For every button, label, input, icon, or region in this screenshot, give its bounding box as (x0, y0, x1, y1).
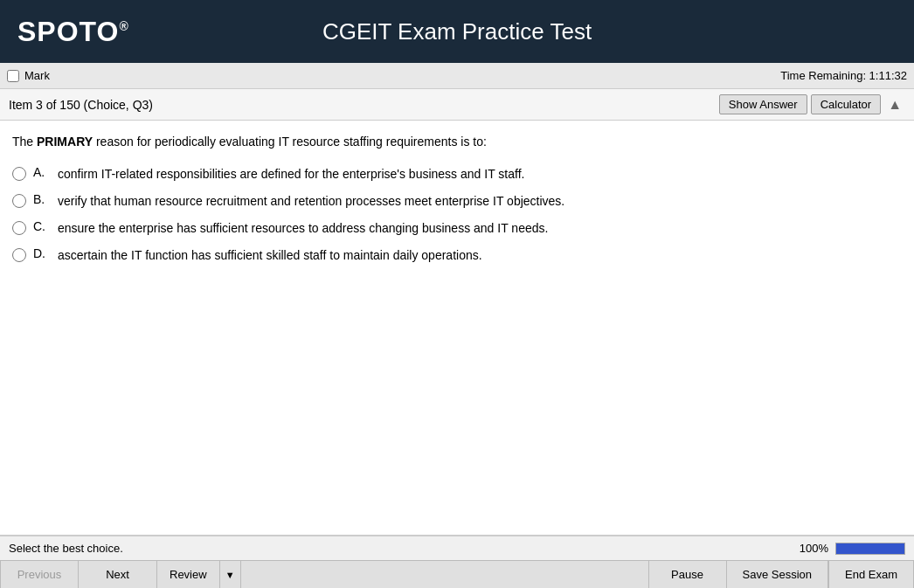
calculator-button[interactable]: Calculator (811, 94, 882, 114)
option-radio-0[interactable] (12, 167, 26, 181)
footer-left: Previous Next Review ▼ (0, 561, 241, 588)
scroll-up-icon: ▲ (884, 97, 905, 113)
progress-bar (835, 543, 905, 555)
progress-area: 100% (800, 542, 905, 555)
status-bar: Select the best choice. 100% (0, 536, 914, 560)
save-session-button[interactable]: Save Session (727, 561, 829, 588)
previous-button[interactable]: Previous (0, 561, 79, 588)
footer-right: Pause Save Session End Exam (648, 561, 914, 588)
option-letter: C. (33, 219, 51, 233)
review-dropdown-button[interactable]: ▼ (219, 561, 240, 588)
option-radio-1[interactable] (12, 194, 26, 208)
progress-bar-fill (836, 543, 904, 554)
option-text: ascertain the IT function has sufficient… (58, 246, 482, 265)
list-item[interactable]: D.ascertain the IT function has sufficie… (12, 246, 902, 265)
main-content: The PRIMARY reason for periodically eval… (0, 121, 914, 536)
question-text: The PRIMARY reason for periodically eval… (12, 133, 902, 151)
question-header: Item 3 of 150 (Choice, Q3) Show Answer C… (0, 89, 914, 121)
header: SPOTO® CGEIT Exam Practice Test (0, 0, 914, 63)
mark-checkbox[interactable] (7, 70, 19, 82)
scroll-indicator: ▲ (884, 97, 905, 113)
time-remaining: Time Remaining: 1:11:32 (780, 69, 907, 82)
option-radio-2[interactable] (12, 221, 26, 235)
list-item[interactable]: B.verify that human resource recruitment… (12, 192, 902, 211)
progress-percent: 100% (800, 542, 828, 555)
review-button[interactable]: Review (157, 561, 219, 588)
option-text: ensure the enterprise has sufficient res… (58, 219, 548, 238)
option-letter: B. (33, 192, 51, 206)
mark-area: Mark (7, 69, 50, 82)
page-title: CGEIT Exam Practice Test (322, 18, 592, 45)
end-exam-button[interactable]: End Exam (828, 561, 914, 588)
footer: Previous Next Review ▼ Pause Save Sessio… (0, 560, 914, 588)
question-buttons: Show Answer Calculator (719, 94, 881, 114)
question-info: Item 3 of 150 (Choice, Q3) (9, 98, 153, 112)
list-item[interactable]: C.ensure the enterprise has sufficient r… (12, 219, 902, 238)
review-btn-group: Review ▼ (157, 561, 241, 588)
show-answer-button[interactable]: Show Answer (719, 94, 807, 114)
option-text: confirm IT-related responsibilities are … (58, 165, 524, 183)
option-radio-3[interactable] (12, 248, 26, 262)
option-text: verify that human resource recruitment a… (58, 192, 564, 211)
list-item[interactable]: A.confirm IT-related responsibilities ar… (12, 165, 902, 183)
toolbar: Mark Time Remaining: 1:11:32 (0, 63, 914, 89)
pause-button[interactable]: Pause (648, 561, 727, 588)
options-list: A.confirm IT-related responsibilities ar… (12, 165, 902, 265)
mark-label: Mark (24, 69, 50, 82)
option-letter: A. (33, 165, 51, 179)
option-letter: D. (33, 246, 51, 260)
logo: SPOTO® (17, 16, 129, 48)
next-button[interactable]: Next (79, 561, 157, 588)
status-text: Select the best choice. (9, 542, 123, 555)
